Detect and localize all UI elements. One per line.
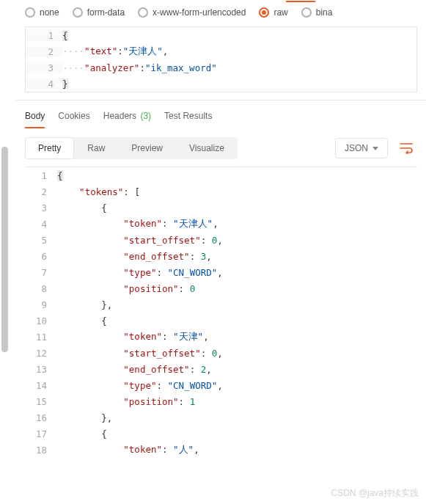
line-number: 16 <box>25 412 57 423</box>
line-number: 5 <box>25 235 57 246</box>
response-view-toolbar: Pretty Raw Preview Visualize JSON <box>16 128 426 167</box>
radio-circle-icon <box>138 7 148 18</box>
line-number: 10 <box>25 315 57 326</box>
viewtab-raw[interactable]: Raw <box>74 137 118 159</box>
code-text: { <box>62 30 68 41</box>
radio-urlencoded[interactable]: x-www-form-urlencoded <box>138 7 246 18</box>
wrap-line-button[interactable] <box>395 137 417 159</box>
line-number: 6 <box>25 251 57 262</box>
radio-label: form-data <box>87 7 125 18</box>
tab-headers[interactable]: Headers (3) <box>103 111 151 128</box>
dropdown-label: JSON <box>345 143 368 153</box>
format-dropdown[interactable]: JSON <box>335 138 388 158</box>
line-number: 1 <box>25 170 57 181</box>
radio-binary[interactable]: bina <box>301 7 333 18</box>
wrap-icon <box>400 142 413 154</box>
radio-circle-icon <box>301 7 312 18</box>
body-type-radios: none form-data x-www-form-urlencoded raw… <box>16 0 426 26</box>
tab-body[interactable]: Body <box>25 111 45 128</box>
radio-label: none <box>40 7 59 18</box>
watermark: CSDN @java持续实践 <box>331 487 419 500</box>
line-number: 4 <box>26 78 62 90</box>
code-text: } <box>62 78 68 90</box>
line-number: 2 <box>25 186 57 197</box>
radio-raw[interactable]: raw <box>259 7 287 18</box>
line-number: 4 <box>25 219 57 230</box>
line-number: 13 <box>25 364 57 375</box>
line-number: 1 <box>26 30 62 41</box>
chevron-down-icon <box>372 147 378 150</box>
viewtab-pretty[interactable]: Pretty <box>25 137 74 159</box>
tab-test-results[interactable]: Test Results <box>164 111 212 128</box>
response-body-viewer[interactable]: 1{ 2 "tokens": [ 3 { 4 "token": "天津人", 5… <box>25 167 417 458</box>
viewtab-visualize[interactable]: Visualize <box>176 137 238 159</box>
view-tabs: Pretty Raw Preview Visualize <box>25 137 238 159</box>
radio-circle-icon <box>73 7 83 18</box>
line-number: 3 <box>26 62 62 73</box>
left-scrollbar[interactable] <box>1 147 8 352</box>
line-number: 9 <box>25 299 57 310</box>
radio-circle-icon <box>25 7 35 18</box>
radio-label: raw <box>273 7 287 18</box>
radio-form-data[interactable]: form-data <box>73 7 125 18</box>
line-number: 14 <box>25 380 57 391</box>
line-number: 7 <box>25 267 57 278</box>
line-number: 15 <box>25 396 57 407</box>
tab-cookies[interactable]: Cookies <box>58 111 89 128</box>
radio-label: x-www-form-urlencoded <box>153 7 246 18</box>
line-number: 3 <box>25 202 57 213</box>
viewtab-preview[interactable]: Preview <box>118 137 176 159</box>
line-number: 2 <box>26 46 62 57</box>
line-number: 12 <box>25 348 57 359</box>
request-body-editor[interactable]: 1 { 2 ····"text":"天津人", 3 ····"analyzer"… <box>25 26 417 92</box>
line-number: 11 <box>25 332 57 343</box>
line-number: 18 <box>25 445 57 456</box>
radio-label: bina <box>316 7 333 18</box>
radio-circle-icon <box>259 7 269 18</box>
line-number: 8 <box>25 283 57 294</box>
line-number: 17 <box>25 428 57 439</box>
radio-none[interactable]: none <box>25 7 59 18</box>
response-main-tabs: Body Cookies Headers (3) Test Results <box>16 101 426 128</box>
